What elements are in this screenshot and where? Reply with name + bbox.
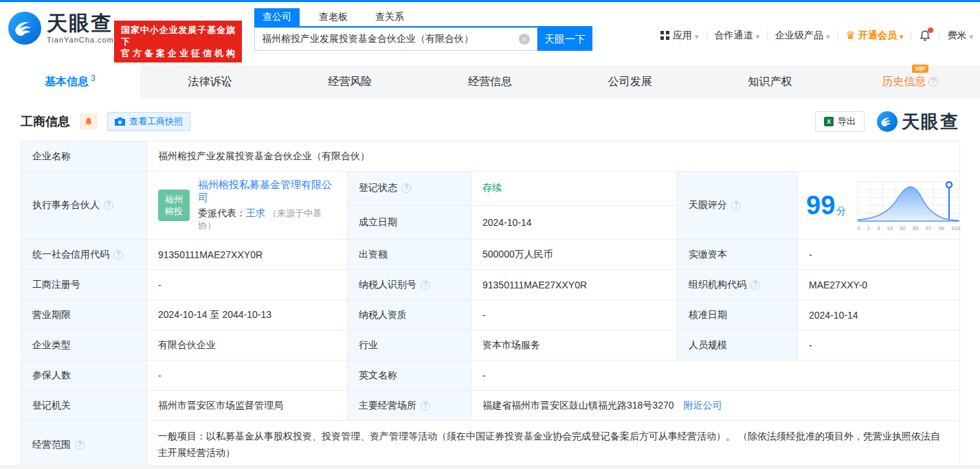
business-scope-text: 一般项目：以私募基金从事股权投资、投资管理、资产管理等活动（须在中国证券投资基金… <box>158 428 948 461</box>
value-text: MAE27XXY-0 <box>809 279 867 290</box>
chevron-down-icon <box>695 30 699 41</box>
export-button[interactable]: 导出 <box>815 111 865 132</box>
tianyancha-logo[interactable]: 天眼查 TianYanCha.com <box>8 12 114 45</box>
watermark-text: 天眼查 <box>902 110 959 134</box>
field-value-approval-date: 2024-10-14 <box>798 300 960 330</box>
help-icon[interactable] <box>104 201 113 210</box>
tab-operation-risk[interactable]: 经营风险 <box>280 65 420 98</box>
search-button[interactable]: 天眼一下 <box>537 27 592 51</box>
divider <box>767 31 768 41</box>
avatar-line2: 榕投 <box>165 205 183 217</box>
logo-subtitle: TianYanCha.com <box>47 36 114 44</box>
value-text: 91350111MAE27XXY0R <box>158 249 263 260</box>
label-text: 成立日期 <box>359 216 397 227</box>
nav-membership-label: 开通会员 <box>858 30 897 42</box>
tab-history-info[interactable]: VIP 历史信息 <box>840 65 980 98</box>
value-text: 有限合伙企业 <box>158 339 216 350</box>
tab-basic-info-count: 3 <box>91 73 96 83</box>
nav-partnership-label: 合作通道 <box>715 30 753 42</box>
label-text: 人员规模 <box>689 339 727 350</box>
field-label-reg-authority: 登记机关 <box>21 391 147 421</box>
nav-open-membership[interactable]: 开通会员 <box>846 30 904 42</box>
nearby-companies-link[interactable]: 附近公司 <box>683 400 722 411</box>
field-label-english-name: 英文名称 <box>348 361 471 391</box>
field-label-org-code: 组织机构代码 <box>678 270 798 300</box>
clear-icon[interactable] <box>519 34 530 45</box>
help-icon[interactable] <box>928 77 938 87</box>
table-row: 工商注册号 - 纳税人识别号 91350111MAE27XXY0R 组织机构代码… <box>21 270 960 300</box>
field-label-capital: 出资额 <box>348 240 471 270</box>
monitor-bell-button[interactable] <box>80 113 98 130</box>
label-text: 核准日期 <box>689 309 727 320</box>
view-snapshot-label: 查看工商快照 <box>129 115 183 128</box>
field-label-insured-count: 参保人数 <box>21 361 147 391</box>
label-text: 企业类型 <box>32 339 71 350</box>
score-marker <box>946 182 952 187</box>
nav-partnership[interactable]: 合作通道 <box>715 30 760 42</box>
gov-badge-line2: 官方备案企业征信机构 <box>121 47 235 59</box>
label-text: 实缴资本 <box>689 249 727 260</box>
view-snapshot-button[interactable]: 查看工商快照 <box>107 112 190 131</box>
value-text: - <box>809 249 812 260</box>
field-value-est-date: 2024-10-14 <box>471 205 678 240</box>
table-row: 登记机关 福州市晋安区市场监督管理局 主要经营场所 福建省福州市晋安区鼓山镇福光… <box>21 391 960 421</box>
help-icon[interactable] <box>421 280 430 290</box>
field-label-uscc: 统一社会信用代码 <box>21 240 147 270</box>
crown-icon <box>846 31 856 41</box>
help-icon[interactable] <box>421 401 430 411</box>
nav-user[interactable]: 费米 <box>947 30 973 42</box>
label-text: 统一社会信用代码 <box>32 249 109 260</box>
partner-company-avatar[interactable]: 福州 榕投 <box>158 190 190 221</box>
search-input[interactable] <box>262 34 519 45</box>
label-text: 纳税人识别号 <box>359 279 416 290</box>
field-label-paid-capital: 实缴资本 <box>678 240 798 270</box>
search-area: 查公司 查老板 查关系 天眼一下 <box>254 8 592 51</box>
score-distribution-chart: 01 315 5085 9799 100 <box>857 180 960 231</box>
tab-legal-litigation[interactable]: 法律诉讼 <box>140 65 280 98</box>
field-value-address: 福建省福州市晋安区鼓山镇福光路318号3270 附近公司 <box>471 391 960 421</box>
tab-basic-info[interactable]: 基本信息 3 <box>0 65 140 98</box>
value-text: - <box>158 370 162 381</box>
tab-history-label: 历史信息 <box>882 75 926 89</box>
field-value-english-name: - <box>471 361 960 391</box>
partner-company-link[interactable]: 福州榕投私募基金管理有限公司 <box>198 179 332 203</box>
field-label-staff-size: 人员规模 <box>678 330 798 361</box>
rep-name-link[interactable]: 王求 <box>246 207 265 218</box>
field-label-industry: 行业 <box>348 330 471 361</box>
chevron-down-icon <box>900 30 904 41</box>
chevron-down-icon <box>756 30 760 41</box>
table-row: 执行事务合伙人 福州 榕投 福州榕投私募基金管理有限公司 委派代表：王求（来源于… <box>21 172 960 206</box>
nav-notifications[interactable] <box>919 30 931 42</box>
divider <box>939 31 939 41</box>
help-icon[interactable] <box>75 440 85 450</box>
label-text: 纳税人资质 <box>359 309 407 320</box>
avatar-line1: 福州 <box>165 194 183 205</box>
search-tab-relation[interactable]: 查关系 <box>367 8 412 26</box>
label-text: 组织机构代码 <box>689 279 746 290</box>
top-navigation: 应用 合作通道 企业级产品 开通会员 <box>660 30 973 42</box>
section-header-right: 导出 天眼查 <box>815 110 959 134</box>
tab-company-development[interactable]: 公司发展 <box>560 65 700 98</box>
business-info-section-header: 工商信息 查看工商快照 导出 天眼查 <box>21 110 959 133</box>
nav-enterprise-products[interactable]: 企业级产品 <box>775 30 830 42</box>
help-icon[interactable] <box>750 280 760 290</box>
search-tab-company[interactable]: 查公司 <box>254 8 300 26</box>
nav-apps[interactable]: 应用 <box>660 30 699 42</box>
help-icon[interactable] <box>731 201 741 210</box>
help-icon[interactable] <box>401 183 411 193</box>
field-value-business-term: 2024-10-14 至 2044-10-13 <box>147 300 348 330</box>
label-text: 经营范围 <box>32 439 71 450</box>
field-label-business-scope: 经营范围 <box>21 421 147 469</box>
label-text: 主要经营场所 <box>359 400 416 411</box>
help-icon[interactable] <box>113 250 123 260</box>
search-tab-boss[interactable]: 查老板 <box>311 8 356 26</box>
table-row: 企业类型 有限合伙企业 行业 资本市场服务 人员规模 - <box>21 330 960 361</box>
value-text: 500000万人民币 <box>482 249 553 260</box>
vip-badge: VIP <box>912 65 929 73</box>
value-text: 2024-10-14 <box>482 217 532 228</box>
field-label-taxpayer-qual: 纳税人资质 <box>348 300 471 330</box>
value-text: 福州榕投产业发展投资基金合伙企业（有限合伙） <box>158 150 370 161</box>
label-text: 出资额 <box>359 249 388 260</box>
tab-operation-info[interactable]: 经营信息 <box>420 65 560 98</box>
tab-intellectual-property[interactable]: 知识产权 <box>700 65 840 98</box>
